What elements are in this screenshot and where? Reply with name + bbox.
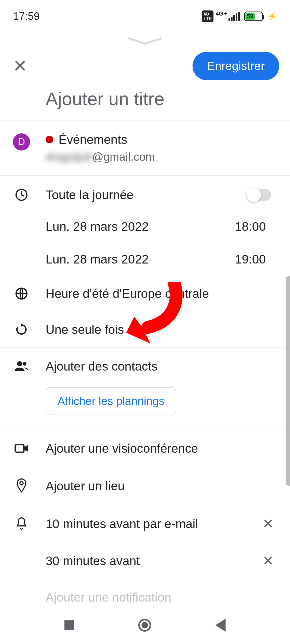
calendar-name: Événements — [59, 132, 127, 147]
signal-icon — [229, 12, 240, 21]
svg-point-5 — [20, 482, 23, 485]
video-icon — [14, 441, 29, 456]
calendar-color-dot — [46, 136, 53, 143]
all-day-label: Toute la journée — [46, 188, 133, 202]
battery-level: 59 — [245, 13, 255, 20]
remove-notification-icon[interactable]: ✕ — [263, 553, 274, 569]
network-type: 4G+ — [216, 10, 227, 17]
battery-icon: 59 — [244, 12, 263, 21]
volte-badge: VoLTE — [202, 10, 213, 22]
app-bar: ✕ Enregistrer — [0, 49, 290, 88]
repeat-icon — [15, 323, 28, 336]
svg-point-3 — [23, 362, 27, 366]
nav-home-icon[interactable] — [138, 619, 151, 632]
timezone-label: Heure d'été d'Europe centrale — [46, 286, 274, 301]
notification-label: 10 minutes avant par e-mail — [46, 517, 247, 531]
status-indicators: VoLTE 4G+ 59 ⚡ — [202, 10, 277, 22]
recurrence-label: Une seule fois — [46, 322, 274, 337]
clock-icon — [14, 188, 29, 202]
add-contacts-row[interactable]: Ajouter des contacts — [0, 348, 290, 385]
scrollbar[interactable] — [286, 276, 290, 486]
remove-notification-icon[interactable]: ✕ — [263, 516, 274, 532]
notification-label: 30 minutes avant — [46, 554, 247, 568]
bell-icon — [15, 516, 28, 531]
location-icon — [15, 478, 28, 494]
end-date[interactable]: Lun. 28 mars 2022 — [46, 252, 149, 266]
svg-rect-4 — [15, 445, 24, 452]
title-section — [0, 88, 290, 120]
end-datetime-row[interactable]: Lun. 28 mars 2022 19:00 — [0, 243, 290, 276]
all-day-toggle[interactable] — [248, 189, 271, 201]
people-icon — [14, 359, 29, 374]
timezone-row[interactable]: Heure d'été d'Europe centrale — [0, 276, 290, 312]
add-notification-label: Ajouter une notification — [46, 590, 274, 605]
save-button[interactable]: Enregistrer — [193, 52, 279, 80]
add-contacts-label: Ajouter des contacts — [46, 359, 274, 374]
nav-recent-icon[interactable] — [64, 620, 74, 630]
add-location-row[interactable]: Ajouter un lieu — [0, 467, 290, 505]
start-datetime-row[interactable]: Lun. 28 mars 2022 18:00 — [0, 210, 290, 243]
start-time[interactable]: 18:00 — [235, 219, 266, 234]
drag-handle[interactable] — [0, 28, 290, 49]
globe-icon — [14, 286, 29, 301]
charging-icon: ⚡ — [267, 12, 277, 21]
add-video-row[interactable]: Ajouter une visioconférence — [0, 430, 290, 467]
nav-back-icon[interactable] — [215, 619, 226, 632]
recurrence-row[interactable]: Une seule fois — [0, 312, 290, 347]
add-video-label: Ajouter une visioconférence — [46, 441, 274, 456]
end-time[interactable]: 19:00 — [235, 252, 266, 266]
title-input[interactable] — [46, 88, 266, 109]
start-date[interactable]: Lun. 28 mars 2022 — [46, 219, 149, 234]
close-icon[interactable]: ✕ — [13, 57, 27, 75]
show-schedules-button[interactable]: Afficher les plannings — [46, 387, 176, 415]
notification-row[interactable]: 30 minutes avant ✕ — [0, 542, 290, 579]
notification-row[interactable]: 10 minutes avant par e-mail ✕ — [0, 505, 290, 542]
add-location-label: Ajouter un lieu — [46, 479, 274, 493]
account-email: dragoljub@gmail.com — [46, 151, 274, 163]
all-day-row: Toute la journée — [0, 176, 290, 210]
status-time: 17:59 — [13, 10, 40, 22]
status-bar: 17:59 VoLTE 4G+ 59 ⚡ — [0, 0, 290, 28]
svg-point-2 — [17, 361, 22, 366]
calendar-row[interactable]: D Événements dragoljub@gmail.com — [0, 120, 290, 175]
avatar: D — [13, 133, 30, 151]
navigation-bar — [0, 606, 290, 644]
